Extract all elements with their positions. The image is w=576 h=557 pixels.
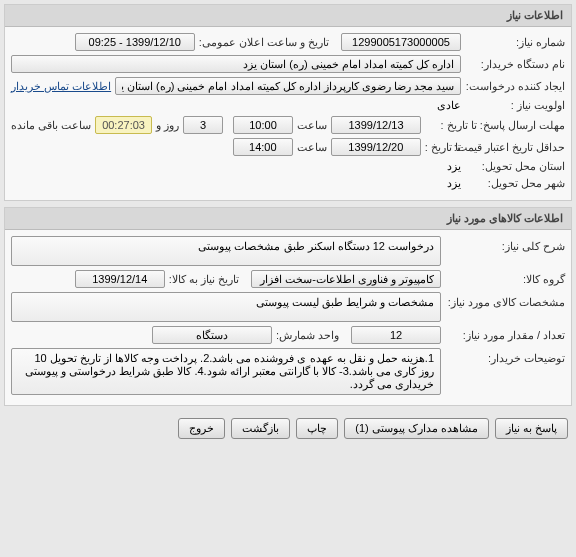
notes-label: توضیحات خریدار: — [445, 348, 565, 365]
time-label-1: ساعت — [297, 119, 327, 132]
time-label-2: ساعت — [297, 141, 327, 154]
spec-textarea[interactable]: مشخصات و شرایط طبق لیست پیوستی — [11, 292, 441, 322]
unit-input[interactable] — [152, 326, 272, 344]
buyer-org-label: نام دستگاه خریدار: — [465, 58, 565, 71]
spec-label: مشخصات کالای مورد نیاز: — [445, 292, 565, 309]
view-attachments-button[interactable]: مشاهده مدارک پیوستی (1) — [344, 418, 489, 439]
goods-info-panel: اطلاعات کالاهای مورد نیاز شرح کلی نیاز: … — [4, 207, 572, 406]
days-input[interactable] — [183, 116, 223, 134]
desc-textarea[interactable]: درخواست 12 دستگاه اسکنر طبق مشخصات پیوست… — [11, 236, 441, 266]
days-suffix: روز و — [156, 119, 179, 132]
panel-body-need: شماره نیاز: تاریخ و ساعت اعلان عمومی: نا… — [5, 27, 571, 200]
need-date-label: تاریخ نیاز به کالا: — [169, 273, 239, 286]
delivery-province-value: یزد — [447, 160, 461, 173]
announce-label: تاریخ و ساعت اعلان عمومی: — [199, 36, 329, 49]
exit-button[interactable]: خروج — [178, 418, 225, 439]
credit-to-label: تا تاریخ : — [425, 141, 461, 154]
deadline-reply-time[interactable] — [233, 116, 293, 134]
creator-input[interactable] — [115, 77, 461, 95]
panel-header-goods: اطلاعات کالاهای مورد نیاز — [5, 208, 571, 230]
remaining-time: 00:27:03 — [95, 116, 152, 134]
need-info-panel: اطلاعات نیاز شماره نیاز: تاریخ و ساعت اع… — [4, 4, 572, 201]
need-date-input[interactable] — [75, 270, 165, 288]
notes-textarea[interactable]: 1.هزینه حمل و نقل به عهده ی فروشنده می ب… — [11, 348, 441, 395]
priority-label: اولویت نیاز : — [465, 99, 565, 112]
respond-button[interactable]: پاسخ به نیاز — [495, 418, 568, 439]
need-no-input[interactable] — [341, 33, 461, 51]
group-label: گروه کالا: — [445, 273, 565, 286]
credit-min-label: حداقل تاریخ اعتبار قیمت: — [465, 141, 565, 154]
button-bar: پاسخ به نیاز مشاهده مدارک پیوستی (1) چاپ… — [4, 412, 572, 445]
group-input[interactable] — [251, 270, 441, 288]
print-button[interactable]: چاپ — [296, 418, 338, 439]
credit-time[interactable] — [233, 138, 293, 156]
unit-label: واحد شمارش: — [276, 329, 339, 342]
back-button[interactable]: بازگشت — [231, 418, 290, 439]
credit-date[interactable] — [331, 138, 421, 156]
creator-label: ایجاد کننده درخواست: — [465, 80, 565, 93]
contact-link[interactable]: اطلاعات تماس خریدار — [11, 80, 111, 93]
delivery-city-value: یزد — [447, 177, 461, 190]
buyer-org-input[interactable] — [11, 55, 461, 73]
qty-label: تعداد / مقدار مورد نیاز: — [445, 329, 565, 342]
deadline-reply-label: مهلت ارسال پاسخ: تا تاریخ : — [425, 119, 565, 132]
priority-value: عادی — [437, 99, 461, 112]
remaining-suffix: ساعت باقی مانده — [11, 119, 91, 132]
deadline-reply-date[interactable] — [331, 116, 421, 134]
delivery-city-label: شهر محل تحویل: — [465, 177, 565, 190]
need-no-label: شماره نیاز: — [465, 36, 565, 49]
panel-header-need: اطلاعات نیاز — [5, 5, 571, 27]
panel-body-goods: شرح کلی نیاز: درخواست 12 دستگاه اسکنر طب… — [5, 230, 571, 405]
delivery-province-label: استان محل تحویل: — [465, 160, 565, 173]
desc-label: شرح کلی نیاز: — [445, 236, 565, 253]
announce-input[interactable] — [75, 33, 195, 51]
qty-input[interactable] — [351, 326, 441, 344]
